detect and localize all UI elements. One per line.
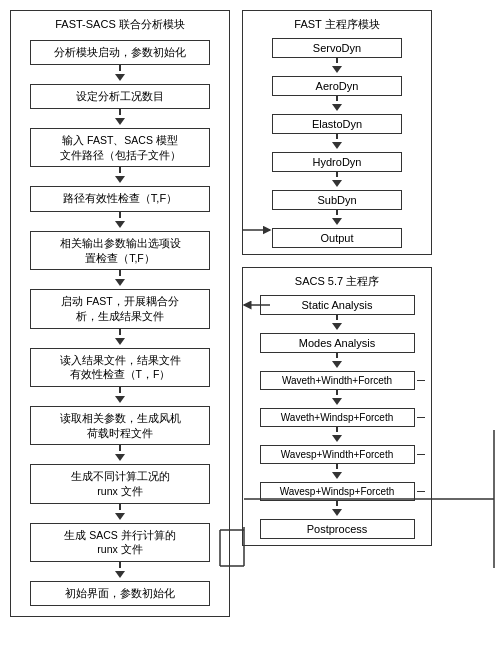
fast-arrow-2 [332,142,342,149]
sacs-line-0 [336,315,338,320]
left-title: FAST-SACS 联合分析模块 [55,17,185,32]
fast-arrow-4 [332,218,342,225]
fast-box-2: ElastoDyn [272,114,402,134]
left-box-2: 输入 FAST、SACS 模型 文件路径（包括子文件） [30,128,210,167]
arrow-line-3 [119,212,121,218]
left-box-6: 读入结果文件，结果文件 有效性检查（T，F） [30,348,210,387]
diagram-container: FAST-SACS 联合分析模块 分析模块启动，参数初始化 设定分析工况数目 输… [10,10,492,617]
sacs-module: SACS 5.7 主程序 Static Analysis Modes Analy… [242,267,432,546]
bracket-tick-3 [417,417,425,419]
arrow-3 [115,221,125,228]
arrow-line-4 [119,270,121,276]
arrow-6 [115,396,125,403]
arrow-2 [115,176,125,183]
fast-line-2 [336,134,338,139]
arrow-line-6 [119,387,121,393]
arrow-line-2 [119,167,121,173]
sacs-box-3: Waveth+Windsp+Forceth [260,408,415,427]
fast-line-1 [336,96,338,101]
arrow-4 [115,279,125,286]
left-box-5: 启动 FAST，开展耦合分 析，生成结果文件 [30,289,210,328]
bracket-tick-2 [417,380,425,382]
sacs-arrow-5 [332,509,342,516]
sacs-row-2: Waveth+Windth+Forceth [249,371,425,390]
arrow-5 [115,338,125,345]
sacs-box-4: Wavesp+Windth+Forceth [260,445,415,464]
sacs-row-4: Wavesp+Windth+Forceth [249,445,425,464]
arrow-8 [115,513,125,520]
sacs-line-4 [336,464,338,469]
fast-arrow-0 [332,66,342,73]
fast-arrow-3 [332,180,342,187]
fast-module: FAST 主程序模块 ServoDyn AeroDyn ElastoDyn Hy… [242,10,432,255]
right-col: FAST 主程序模块 ServoDyn AeroDyn ElastoDyn Hy… [242,10,432,617]
arrow-9 [115,571,125,578]
sacs-title: SACS 5.7 主程序 [249,274,425,289]
arrow-line-1 [119,109,121,115]
bracket-tick-4 [417,454,425,456]
left-box-7: 读取相关参数，生成风机 荷载时程文件 [30,406,210,445]
arrow-line-9 [119,562,121,568]
sacs-box-6: Postprocess [260,519,415,539]
sacs-box-1: Modes Analysis [260,333,415,353]
sacs-line-2 [336,390,338,395]
fast-box-1: AeroDyn [272,76,402,96]
sacs-arrow-1 [332,361,342,368]
sacs-box-0: Static Analysis [260,295,415,315]
fast-line-4 [336,210,338,215]
sacs-arrow-0 [332,323,342,330]
sacs-box-2: Waveth+Windth+Forceth [260,371,415,390]
sacs-row-3: Waveth+Windsp+Forceth [249,408,425,427]
sacs-line-5 [336,501,338,506]
left-box-0: 分析模块启动，参数初始化 [30,40,210,65]
fast-box-0: ServoDyn [272,38,402,58]
sacs-arrow-4 [332,472,342,479]
sacs-arrow-2 [332,398,342,405]
left-box-1: 设定分析工况数目 [30,84,210,109]
fast-arrow-1 [332,104,342,111]
sacs-row-5: Wavesp+Windsp+Forceth [249,482,425,501]
arrow-line-0 [119,65,121,71]
arrow-0 [115,74,125,81]
sacs-line-3 [336,427,338,432]
arrow-line-8 [119,504,121,510]
fast-box-3: HydroDyn [272,152,402,172]
left-box-10: 初始界面，参数初始化 [30,581,210,606]
left-box-3: 路径有效性检查（T,F） [30,186,210,211]
bracket-tick-5 [417,491,425,493]
left-box-8: 生成不同计算工况的 runx 文件 [30,464,210,503]
arrow-7 [115,454,125,461]
fast-line-3 [336,172,338,177]
arrow-1 [115,118,125,125]
sacs-line-1 [336,353,338,358]
arrow-line-7 [119,445,121,451]
left-module: FAST-SACS 联合分析模块 分析模块启动，参数初始化 设定分析工况数目 输… [10,10,230,617]
sacs-box-5: Wavesp+Windsp+Forceth [260,482,415,501]
arrow-line-5 [119,329,121,335]
left-box-4: 相关输出参数输出选项设 置检查（T,F） [30,231,210,270]
fast-title: FAST 主程序模块 [249,17,425,32]
fast-box-5: Output [272,228,402,248]
left-box-9: 生成 SACS 并行计算的 runx 文件 [30,523,210,562]
sacs-arrow-3 [332,435,342,442]
fast-box-4: SubDyn [272,190,402,210]
fast-line-0 [336,58,338,63]
